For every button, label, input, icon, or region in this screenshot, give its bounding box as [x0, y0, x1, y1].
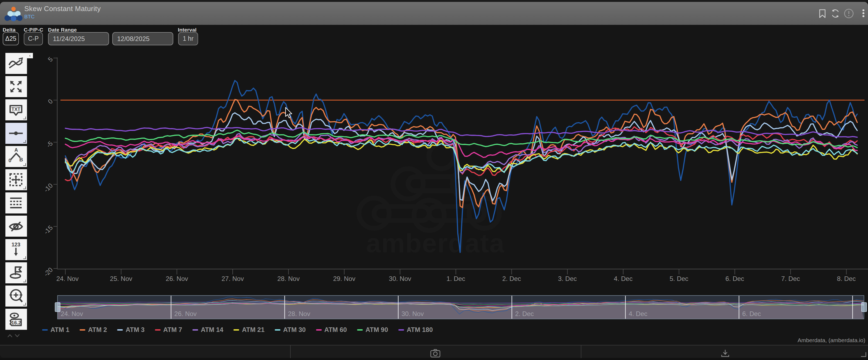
svg-text:5: 5 — [46, 55, 54, 63]
svg-text:8. Dec: 8. Dec — [837, 275, 856, 282]
svg-text:-10: -10 — [42, 182, 54, 194]
svg-text:26. Nov: 26. Nov — [166, 275, 188, 282]
svg-text:30. Nov: 30. Nov — [402, 310, 424, 317]
svg-text:1. Dec: 1. Dec — [446, 275, 465, 282]
svg-text:26. Nov: 26. Nov — [174, 310, 197, 317]
svg-text:16.2: 16.2 — [11, 320, 21, 325]
svg-text:28. Nov: 28. Nov — [277, 275, 300, 282]
svg-text:30. Nov: 30. Nov — [389, 275, 411, 282]
svg-text:0: 0 — [46, 97, 54, 105]
svg-text:6. Dec: 6. Dec — [725, 275, 744, 282]
svg-text:24. Nov: 24. Nov — [56, 275, 79, 282]
svg-text:4. Dec: 4. Dec — [614, 275, 632, 282]
svg-text:-5: -5 — [45, 139, 54, 149]
svg-text:28. Nov: 28. Nov — [288, 310, 310, 317]
svg-text:27. Nov: 27. Nov — [222, 275, 244, 282]
svg-text:A: A — [14, 147, 18, 153]
svg-text:2. Dec: 2. Dec — [515, 310, 534, 317]
svg-text:123: 123 — [11, 241, 21, 248]
svg-text:-15: -15 — [42, 224, 54, 236]
svg-text:4. Dec: 4. Dec — [629, 310, 647, 317]
svg-text:5. Dec: 5. Dec — [670, 275, 688, 282]
svg-text:6. Dec: 6. Dec — [742, 310, 761, 317]
svg-text:29. Nov: 29. Nov — [333, 275, 355, 282]
svg-text:-20: -20 — [42, 266, 54, 278]
svg-text:7. Dec: 7. Dec — [781, 275, 800, 282]
svg-text:25. Nov: 25. Nov — [110, 275, 132, 282]
svg-text:24. Nov: 24. Nov — [61, 310, 83, 317]
svg-text:TXT: TXT — [11, 107, 20, 112]
svg-text:amberdata: amberdata — [366, 228, 505, 258]
svg-text:3. Dec: 3. Dec — [558, 275, 577, 282]
svg-text:2. Dec: 2. Dec — [502, 275, 521, 282]
